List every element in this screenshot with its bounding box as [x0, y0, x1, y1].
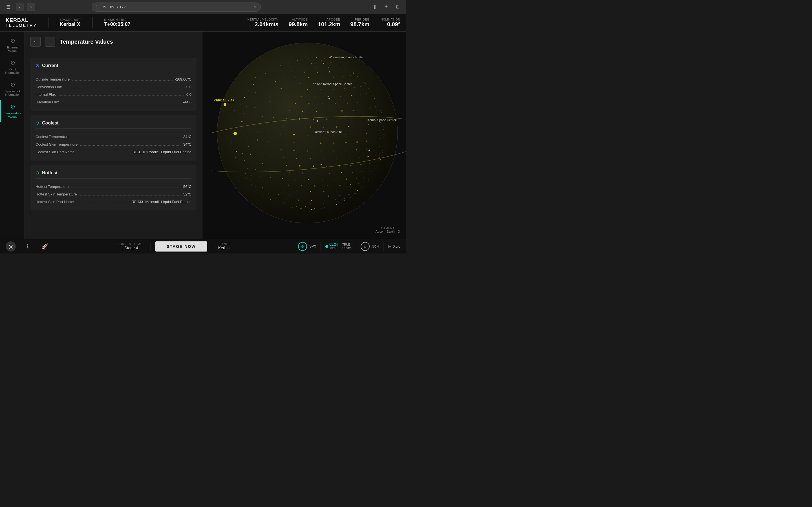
coolest-skin-temp-row: Coolest Skin Temperature 34°C	[36, 140, 192, 148]
perigee-label: PERIGEE	[355, 18, 369, 21]
globe-labels: Woomerang Launch Site Inland Kerbal Spac…	[202, 32, 406, 239]
tabs-btn[interactable]: ⧉	[394, 3, 402, 11]
stage-now-btn[interactable]: STAGE NOW	[155, 241, 207, 251]
spx-inner: ◎	[301, 245, 304, 248]
hottest-temp-row: Hottest Temperature 56°C	[36, 182, 192, 190]
hottest-temp-label: Hottest Temperature	[36, 184, 69, 189]
time-label: REAL	[329, 247, 338, 250]
sidebar-toggle-btn[interactable]: ☰	[4, 3, 12, 11]
coolest-temp-value: 34°C	[183, 135, 192, 139]
convection-flux-row: Convection Flux 0.0	[36, 83, 192, 91]
divider-1	[320, 242, 321, 251]
map-view-btn[interactable]: ◎	[6, 241, 16, 251]
score-icon: ⊞	[388, 244, 392, 249]
true-comm-label: TRUE COMM	[342, 243, 351, 250]
inclination-label: INCLINATION	[379, 18, 400, 21]
temperature-values-icon: ⊙	[10, 103, 15, 110]
coolest-skin-part-value: RE-L10 "Poodle" Liquid Fuel Engine	[133, 150, 192, 154]
internal-flux-row: Internal Flux 0.0	[36, 91, 192, 98]
shield-icon: 🛡	[96, 5, 100, 9]
non-indicator: ◎ NON	[361, 242, 378, 251]
spacecraft-label-group: KERBAL X AP	[214, 99, 235, 106]
forward-btn[interactable]: ›	[27, 3, 35, 11]
hottest-skin-part-value: RE-M3 "Mainsail" Liquid Fuel Engine	[132, 200, 192, 204]
divider-2	[356, 242, 356, 251]
stat-inclination: INCLINATION 0.09°	[379, 18, 400, 27]
address-bar[interactable]: 🛡 192.168.7.172 ↻	[92, 3, 261, 11]
sidebar: ⊙ External Values ⊙ Orbit Information ⊙ …	[0, 32, 25, 239]
spacecraft-information-icon: ⊙	[10, 81, 15, 88]
app-header: KERBAL TELEMETRY SPACECRAFT Kerbal X MIS…	[0, 14, 406, 32]
panel-title: Temperature Values	[60, 39, 113, 45]
camera-label: CAMERA	[375, 227, 400, 230]
mission-time-value: T+00:05:07	[104, 21, 131, 27]
current-icon: ⊙	[36, 63, 39, 68]
dots-8	[71, 184, 181, 188]
outside-temp-label: Outside Temperature	[36, 77, 70, 81]
dots-6	[80, 142, 181, 146]
hottest-skin-part-row: Hottest Skin Part Name RE-M3 "Mainsail" …	[36, 198, 192, 205]
coolest-skin-temp-label: Coolest Skin Temperature	[36, 142, 78, 147]
hottest-skin-temp-row: Hottest Skin Temperature 52°C	[36, 190, 192, 198]
reload-icon[interactable]: ↻	[253, 5, 257, 9]
rocket-btn[interactable]: 🚀	[40, 241, 50, 251]
perigee-value: 98.7km	[350, 21, 370, 27]
spx-circle: ◎	[298, 242, 307, 251]
nav-next-btn[interactable]: →	[45, 37, 55, 47]
stat-perigee: PERIGEE 98.7km	[350, 18, 370, 27]
convection-flux-value: 0.0	[186, 85, 192, 89]
comm-indicator: TRUE COMM	[342, 243, 351, 250]
main-layout: ⊙ External Values ⊙ Orbit Information ⊙ …	[0, 32, 406, 239]
altitude-label: ALTITUDE	[292, 18, 308, 21]
back-btn[interactable]: ‹	[16, 3, 24, 11]
time-value: 01:24	[329, 242, 338, 247]
dots-7	[77, 149, 131, 153]
coolest-title: Coolest	[42, 121, 59, 126]
dots-10	[76, 199, 130, 203]
hottest-section: ⊙ Hottest Hottest Temperature 56°C Hotte…	[31, 165, 197, 210]
header-divider	[48, 17, 49, 29]
dots-3	[58, 92, 184, 96]
new-tab-btn[interactable]: +	[382, 3, 390, 11]
browser-chrome: ☰ ‹ › 🛡 192.168.7.172 ↻ ⬆ + ⧉	[0, 0, 406, 14]
dots-4	[61, 100, 181, 103]
divider-3	[383, 242, 384, 251]
ksc-label: Kerbal Space Center	[367, 118, 396, 122]
analytics-btn[interactable]: ⌇	[22, 241, 33, 251]
coolest-icon: ⊙	[36, 120, 39, 126]
dessert-label: Dessert Launch Site	[314, 130, 342, 133]
sidebar-temperature-label: Temperature Values	[4, 112, 21, 118]
bottom-left: ◎ ⌇ 🚀	[6, 241, 50, 251]
hottest-skin-temp-label: Hottest Skin Temperature	[36, 192, 77, 196]
non-circle: ◎	[361, 242, 370, 251]
nav-prev-btn[interactable]: ←	[31, 37, 41, 47]
stage-label: CURRENT STAGE	[117, 242, 145, 245]
share-btn[interactable]: ⬆	[371, 3, 379, 11]
spacecraft-info: SPACECRAFT Kerbal X	[60, 18, 82, 27]
bottom-bar: ◎ ⌇ 🚀 CURRENT STAGE Stage 4 STAGE NOW PL…	[0, 239, 406, 253]
sidebar-orbit-label: Orbit Information	[5, 68, 20, 74]
logo: KERBAL TELEMETRY	[6, 18, 37, 27]
bottom-right: ◎ SPX 01:24 REAL TRUE COMM ◎ NON ⊞ 0.0/0	[298, 242, 400, 251]
coolest-temp-row: Coolest Temperature 34°C	[36, 133, 192, 140]
coolest-skin-temp-value: 34°C	[183, 142, 192, 147]
coolest-section-header: ⊙ Coolest	[36, 120, 192, 129]
sidebar-item-orbit-information[interactable]: ⊙ Orbit Information	[0, 56, 24, 78]
dots-1	[72, 76, 172, 80]
stat-velocity: INERTIAL VELOCITY 2.04km/s	[246, 18, 278, 27]
hottest-section-header: ⊙ Hottest	[36, 170, 192, 179]
browser-right-controls: ⬆ + ⧉	[371, 3, 402, 11]
sidebar-item-temperature-values[interactable]: ⊙ Temperature Values	[0, 100, 24, 122]
coolest-skin-part-label: Coolest Skin Part Name	[36, 150, 75, 154]
spx-indicator: ◎ SPX	[298, 242, 316, 251]
orbit-information-icon: ⊙	[10, 59, 15, 66]
internal-flux-label: Internal Flux	[36, 93, 56, 97]
sidebar-item-external-values[interactable]: ⊙ External Values	[0, 34, 24, 56]
score-indicator: ⊞ 0.0/0	[388, 244, 400, 249]
stat-apogee: APOGEE 101.2km	[318, 18, 340, 27]
outside-temp-row: Outside Temperature -269.00°C	[36, 75, 192, 83]
spacecraft-dot	[223, 103, 226, 106]
sidebar-item-spacecraft-information[interactable]: ⊙ Spacecraft Information	[0, 78, 24, 100]
spacecraft-label-text: KERBAL X AP	[214, 99, 235, 102]
mission-time-info: MISSION TIME T+00:05:07	[104, 18, 131, 27]
